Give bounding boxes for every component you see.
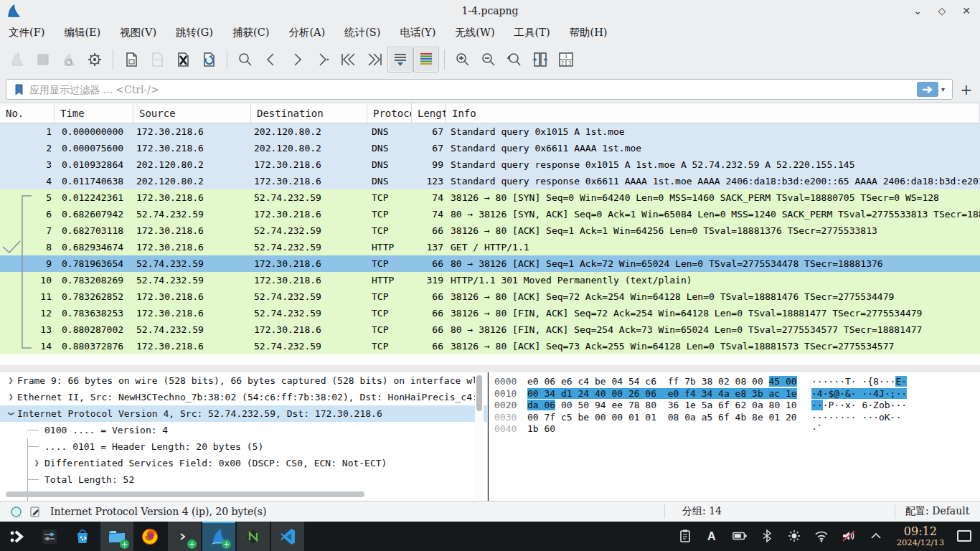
- hex-row-0020[interactable]: 0020da 06 00 50 94 ee 78 80 36 1e 5a 6f …: [489, 400, 980, 412]
- hex-ascii[interactable]: ········ ···oK··: [811, 412, 907, 424]
- details-horizontal-scrollbar[interactable]: [3, 490, 476, 499]
- capture-options-button[interactable]: [82, 47, 108, 72]
- packet-row-10[interactable]: 100.78320826952.74.232.59172.30.218.6HTT…: [0, 272, 980, 288]
- packet-row-8[interactable]: 80.682934674172.30.218.652.74.232.59HTTP…: [0, 239, 980, 255]
- packet-row-13[interactable]: 130.88028700252.74.232.59172.30.218.6TCP…: [0, 321, 980, 338]
- column-header-source[interactable]: Source: [133, 103, 251, 123]
- column-header-info[interactable]: Info: [446, 103, 980, 123]
- hex-row-0000[interactable]: 0000e0 06 e6 c4 be 04 54 c6 ff 7b 38 02 …: [489, 376, 980, 388]
- column-header-destination[interactable]: Destination: [251, 103, 367, 123]
- maximize-button[interactable]: ◇: [936, 5, 948, 17]
- detail-line-1[interactable]: ❯Ethernet II, Src: NewH3CTechno_7b:38:02…: [0, 389, 487, 405]
- hex-bytes[interactable]: da 06 00 50 94 ee 78 80 36 1e 5a 6f 62 0…: [522, 400, 811, 412]
- menu-item-2[interactable]: 视图(V): [120, 26, 156, 39]
- packet-row-7[interactable]: 70.682703118172.30.218.652.74.232.59TCP6…: [0, 222, 980, 239]
- hex-row-0010[interactable]: 001000 34 d1 24 40 00 26 06 e0 f4 34 4a …: [489, 388, 980, 400]
- brightness-icon[interactable]: [786, 528, 802, 544]
- menu-item-5[interactable]: 分析(A): [288, 26, 325, 39]
- menu-item-7[interactable]: 电话(Y): [400, 26, 435, 39]
- expand-icon[interactable]: ❯: [6, 389, 16, 405]
- detail-line-5[interactable]: ❯Differentiated Services Field: 0x00 (DS…: [0, 455, 487, 471]
- find-packet-button[interactable]: [232, 47, 258, 72]
- details-vertical-scrollbar[interactable]: [475, 374, 484, 499]
- hex-row-0040[interactable]: 00401b 60·`: [489, 423, 980, 435]
- input-method-icon[interactable]: A: [705, 528, 720, 544]
- zoom-out-button[interactable]: [476, 47, 501, 72]
- taskbar-vscode[interactable]: [271, 522, 304, 551]
- packet-row-12[interactable]: 120.783638253172.30.218.652.74.232.59TCP…: [0, 305, 980, 321]
- menu-item-6[interactable]: 统计(S): [344, 26, 380, 39]
- column-header-lengtl[interactable]: Lengtl: [412, 103, 446, 123]
- hex-bytes[interactable]: 00 34 d1 24 40 00 26 06 e0 f4 34 4a e8 3…: [522, 388, 811, 400]
- resize-columns-button[interactable]: [527, 47, 553, 72]
- hex-ascii[interactable]: ···P··x· 6·Zob···: [811, 400, 907, 412]
- reload-capture-button[interactable]: [196, 47, 222, 72]
- go-last-button[interactable]: [362, 47, 387, 72]
- go-first-button[interactable]: [336, 47, 362, 72]
- collapse-icon[interactable]: ❯: [3, 409, 19, 419]
- column-header-no[interactable]: No.: [0, 103, 55, 123]
- expand-icon[interactable]: ❯: [6, 372, 16, 389]
- column-header-protocol[interactable]: Protocol: [367, 103, 412, 123]
- menu-item-0[interactable]: 文件(F): [9, 26, 44, 39]
- hex-bytes[interactable]: 1b 60: [522, 423, 811, 435]
- filter-dropdown-caret[interactable]: ▾: [941, 85, 945, 93]
- detail-line-2[interactable]: ❯Internet Protocol Version 4, Src: 52.74…: [0, 405, 487, 422]
- battery-icon[interactable]: [732, 528, 748, 544]
- hex-ascii[interactable]: ·4·$@·&· ··4J·;··: [811, 388, 907, 400]
- open-file-button[interactable]: [118, 47, 144, 72]
- packet-row-9[interactable]: 90.78196365452.74.232.59172.30.218.6TCP6…: [0, 255, 980, 272]
- status-profile[interactable]: 配置: Default: [895, 505, 980, 518]
- pane-splitter[interactable]: [0, 365, 980, 372]
- column-header-time[interactable]: Time: [55, 103, 133, 123]
- hex-bytes[interactable]: 00 7f c5 be 00 00 01 01 08 0a a5 6f 4b 8…: [522, 412, 811, 424]
- taskbar-file-manager[interactable]: +: [100, 522, 133, 551]
- taskbar-neovim[interactable]: [237, 522, 270, 551]
- volume-muted-icon[interactable]: [841, 528, 857, 544]
- packet-row-6[interactable]: 60.68260794252.74.232.59172.30.218.6TCP7…: [0, 206, 980, 222]
- detail-line-4[interactable]: .... 0101 = Header Length: 20 bytes (5): [0, 438, 487, 455]
- hex-row-0030[interactable]: 003000 7f c5 be 00 00 01 01 08 0a a5 6f …: [489, 412, 980, 424]
- go-to-packet-button[interactable]: [310, 47, 336, 72]
- taskbar-wireshark[interactable]: +: [202, 522, 235, 551]
- taskbar-system-settings[interactable]: [33, 522, 66, 551]
- menu-item-9[interactable]: 工具(T): [514, 26, 550, 39]
- close-button[interactable]: ✕: [960, 5, 973, 17]
- clipboard-icon[interactable]: [677, 528, 693, 544]
- menu-item-10[interactable]: 帮助(H): [570, 26, 608, 39]
- wifi-icon[interactable]: [814, 528, 829, 544]
- taskbar-clock[interactable]: 09:12 2024/12/13: [897, 525, 944, 547]
- hex-bytes[interactable]: e0 06 e6 c4 be 04 54 c6 ff 7b 38 02 08 0…: [522, 376, 811, 388]
- packet-row-2[interactable]: 20.000075600172.30.218.6202.120.80.2DNS6…: [0, 140, 980, 156]
- number-columns-button[interactable]: 123: [553, 47, 579, 72]
- go-forward-button[interactable]: [284, 47, 310, 72]
- packet-row-1[interactable]: 10.000000000172.30.218.6202.120.80.2DNS6…: [0, 123, 980, 140]
- go-back-button[interactable]: [258, 47, 284, 72]
- close-capture-button[interactable]: [170, 47, 196, 72]
- hex-ascii[interactable]: ······T· ·{8···E·: [811, 376, 907, 388]
- apply-filter-button[interactable]: [917, 82, 938, 97]
- detail-line-0[interactable]: ❯Frame 9: 66 bytes on wire (528 bits), 6…: [0, 372, 487, 389]
- auto-scroll-button[interactable]: [387, 47, 413, 72]
- chevron-up-icon[interactable]: [868, 528, 884, 544]
- taskbar-terminal[interactable]: +: [168, 522, 201, 551]
- taskbar-firefox[interactable]: [133, 522, 166, 551]
- zoom-original-button[interactable]: [501, 47, 527, 72]
- menu-item-3[interactable]: 跳转(G): [176, 26, 213, 39]
- taskbar-app-launcher[interactable]: [0, 522, 33, 551]
- display-filter-field[interactable]: ▾: [6, 79, 953, 100]
- packet-row-11[interactable]: 110.783262852172.30.218.652.74.232.59TCP…: [0, 288, 980, 305]
- capture-comment-icon[interactable]: [29, 506, 42, 518]
- colorize-button[interactable]: [413, 47, 439, 72]
- menu-item-1[interactable]: 编辑(E): [64, 26, 100, 39]
- packet-row-4[interactable]: 40.011740638202.120.80.2172.30.218.6DNS1…: [0, 173, 980, 189]
- menu-item-4[interactable]: 捕获(C): [232, 26, 269, 39]
- packet-row-3[interactable]: 30.010932864202.120.80.2172.30.218.6DNS9…: [0, 156, 980, 173]
- minimize-button[interactable]: ⌄: [911, 5, 924, 17]
- packet-row-14[interactable]: 140.880372876172.30.218.652.74.232.59TCP…: [0, 338, 980, 354]
- filter-bookmark-icon[interactable]: [12, 83, 27, 97]
- expert-info-icon[interactable]: [10, 506, 22, 518]
- detail-line-6[interactable]: Total Length: 52: [0, 471, 487, 488]
- show-desktop-button[interactable]: [957, 530, 971, 542]
- add-filter-button[interactable]: +: [958, 81, 974, 98]
